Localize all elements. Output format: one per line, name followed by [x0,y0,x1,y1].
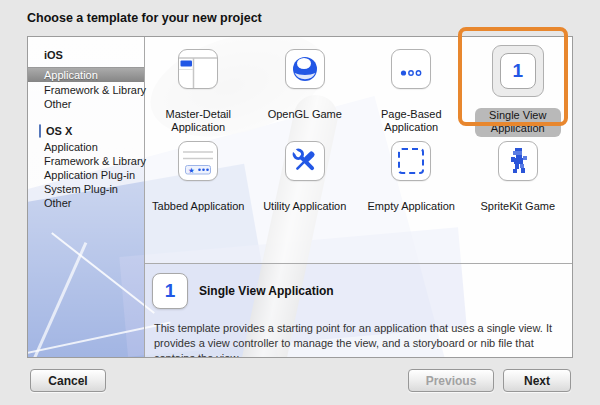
sidebar-item-osx-application-plugin[interactable]: Application Plug-in [28,168,144,182]
sidebar-section-label: iOS [44,49,63,61]
template-grid-row-1: Master-Detail Application OpenGL Game [145,47,571,139]
dialog-title: Choose a template for your new project [27,11,262,25]
sidebar-item-osx-framework-library[interactable]: Framework & Library [28,154,144,168]
sidebar-item-osx-application[interactable]: Application [28,140,144,154]
page-based-icon [391,49,431,89]
template-label: Tabbed Application [152,200,244,213]
tabbed-icon: ★ [178,141,218,181]
svg-text:★: ★ [188,166,195,175]
template-label: Utility Application [263,200,346,213]
utility-icon [285,141,325,181]
template-label: Page-Based Application [359,108,463,134]
sidebar-item-ios-other[interactable]: Other [28,97,144,111]
template-page-based[interactable]: Page-Based Application [358,47,465,139]
template-spritekit[interactable]: SpriteKit Game [465,139,572,231]
single-view-icon: 1 [500,53,536,89]
template-grid-row-2: ★ Tabbed Application [145,139,571,231]
sidebar-section-osx: OS X [28,122,144,140]
spritekit-icon [498,141,538,181]
master-detail-icon [178,49,218,89]
selected-template-frame: 1 [492,45,544,97]
template-description-pane: 1 Single View Application This template … [145,264,571,356]
template-label: Master-Detail Application [146,108,250,134]
template-chooser: iOS Application Framework & Library Othe… [27,36,573,358]
single-view-detail-icon: 1 [152,273,188,309]
empty-icon [391,141,431,181]
sidebar-section-label: OS X [46,125,72,137]
sidebar-section-ios: iOS [28,46,144,64]
detail-title: Single View Application [199,284,334,298]
template-label: Single View Application [482,109,554,135]
previous-button[interactable]: Previous [408,369,494,392]
template-label: OpenGL Game [268,108,342,121]
sidebar-item-osx-other[interactable]: Other [28,196,144,210]
template-label: SpriteKit Game [480,200,555,213]
selected-template-label-pill: Single View Application [475,108,561,137]
template-tabbed[interactable]: ★ Tabbed Application [145,139,252,231]
cancel-button[interactable]: Cancel [30,369,106,392]
next-button[interactable]: Next [503,369,571,392]
sidebar-item-ios-application[interactable]: Application [28,67,144,82]
opengl-game-icon [285,49,325,89]
template-opengl-game[interactable]: OpenGL Game [252,47,359,139]
template-master-detail[interactable]: Master-Detail Application [145,47,252,139]
template-single-view[interactable]: 1 Single View Application [465,47,572,139]
new-project-dialog: Choose a template for your new project i… [0,0,600,405]
sidebar-item-osx-system-plugin[interactable]: System Plug-in [28,182,144,196]
template-utility[interactable]: Utility Application [252,139,359,231]
template-label: Empty Application [368,200,455,213]
sidebar-item-ios-framework-library[interactable]: Framework & Library [28,83,144,97]
sidebar: iOS Application Framework & Library Othe… [28,37,144,210]
osx-icon [39,125,41,137]
detail-description: This template provides a starting point … [154,321,566,358]
template-empty[interactable]: Empty Application [358,139,465,231]
